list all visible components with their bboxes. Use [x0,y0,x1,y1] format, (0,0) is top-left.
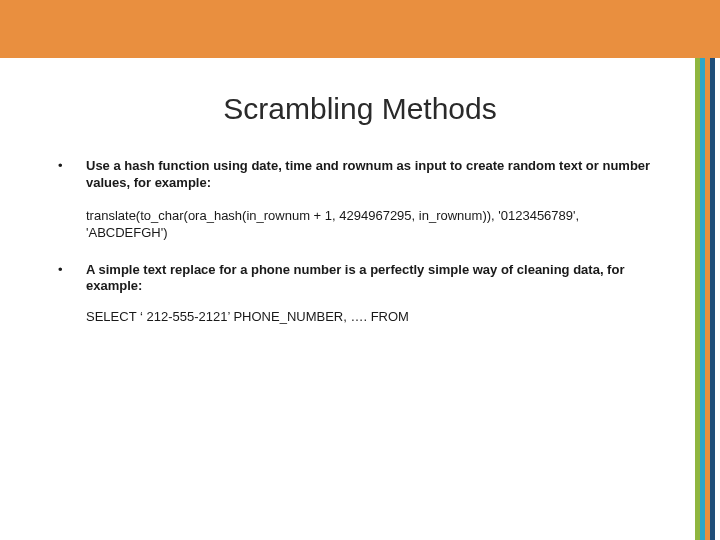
bullet-marker: • [58,158,86,192]
bullet-text: A simple text replace for a phone number… [86,262,658,296]
slide-body: • Use a hash function using date, time a… [58,158,658,346]
bullet-item: • Use a hash function using date, time a… [58,158,658,192]
code-example: translate(to_char(ora_hash(in_rownum + 1… [86,208,658,242]
bullet-item: • A simple text replace for a phone numb… [58,262,658,296]
accent-stripe-darkblue [710,58,715,540]
header-bar [0,0,720,58]
slide-title: Scrambling Methods [0,92,720,126]
slide: Scrambling Methods • Use a hash function… [0,0,720,540]
bullet-text: Use a hash function using date, time and… [86,158,658,192]
code-example: SELECT ‘ 212-555-2121’ PHONE_NUMBER, …. … [86,309,658,326]
bullet-marker: • [58,262,86,296]
